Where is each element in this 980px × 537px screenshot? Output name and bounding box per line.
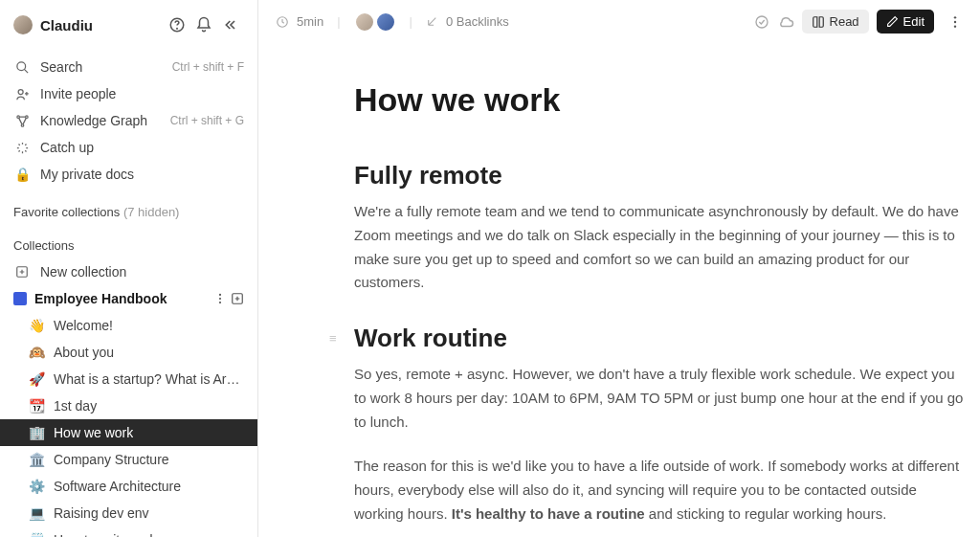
edit-mode-button[interactable]: Edit <box>877 10 934 34</box>
doc-label: How we work <box>54 425 133 440</box>
new-collection[interactable]: New collection <box>0 258 257 285</box>
book-icon <box>812 15 825 29</box>
doc-item[interactable]: 🙉About you <box>0 339 257 366</box>
nav-private-docs[interactable]: 🔒 My private docs <box>0 161 257 188</box>
svg-point-1 <box>177 28 178 29</box>
svg-point-14 <box>954 16 956 18</box>
doc-label: Welcome! <box>54 318 113 333</box>
doc-item[interactable]: 🏢How we work <box>0 419 257 446</box>
topbar: 5min | | 0 Backlinks Read Edit <box>258 0 980 43</box>
search-icon <box>13 60 31 75</box>
nav-catch-up[interactable]: Catch up <box>0 134 257 161</box>
svg-point-5 <box>25 115 28 118</box>
nav-search[interactable]: Search Ctrl + shift + F <box>0 54 257 80</box>
doc-item[interactable]: 📆1st day <box>0 392 257 419</box>
favorites-header[interactable]: Favorite collections (7 hidden) <box>0 191 257 225</box>
doc-emoji: ⚙️ <box>27 479 46 494</box>
backlinks-icon <box>426 15 438 28</box>
doc-emoji: 📆 <box>27 398 46 414</box>
sidebar: Claudiu Search Ctrl + shift + F Invite p… <box>0 0 258 537</box>
read-mode-button[interactable]: Read <box>802 10 869 34</box>
doc-label: Raising dev env <box>54 505 149 521</box>
nav-knowledge-graph[interactable]: Knowledge Graph Ctrl + shift + G <box>0 107 257 134</box>
svg-point-4 <box>16 115 19 118</box>
collection-item[interactable]: Employee Handbook <box>0 285 257 312</box>
doc-emoji: 🙉 <box>27 345 46 360</box>
nav-shortcut: Ctrl + shift + F <box>172 60 244 74</box>
collaborator-avatar[interactable] <box>354 11 375 33</box>
doc-emoji: 🚀 <box>27 371 46 387</box>
doc-item[interactable]: 🏛️Company Structure <box>0 446 257 473</box>
nav-shortcut: Ctrl + shift + G <box>170 114 244 127</box>
collection-label: Employee Handbook <box>34 291 213 306</box>
collapse-sidebar-icon[interactable] <box>217 11 244 38</box>
drag-handle-icon[interactable]: ≡ <box>329 331 337 346</box>
catch-up-icon <box>13 141 31 155</box>
edit-label: Edit <box>903 14 924 29</box>
collaborator-avatar[interactable] <box>375 11 396 33</box>
doc-label: 1st day <box>54 398 97 414</box>
help-icon[interactable] <box>164 11 190 38</box>
nav-label: Catch up <box>40 140 244 155</box>
graph-icon <box>13 114 31 128</box>
notifications-icon[interactable] <box>190 11 217 38</box>
clock-icon <box>276 15 289 29</box>
paragraph: The reason for this is we'd like you to … <box>354 455 967 526</box>
doc-label: How to write code <box>54 532 160 537</box>
doc-item[interactable]: ⚙️Software Architecture <box>0 473 257 500</box>
doc-label: What is a startup? What is Archbee? <box>54 371 244 387</box>
paragraph: We're a fully remote team and we tend to… <box>354 200 967 295</box>
document-content: How we work Fully remoteWe're a fully re… <box>258 43 980 537</box>
cloud-icon[interactable] <box>777 13 794 31</box>
collection-menu-icon[interactable] <box>213 292 227 305</box>
favorites-hidden-count: (7 hidden) <box>123 205 180 219</box>
lock-icon: 🔒 <box>13 167 31 182</box>
nav-label: My private docs <box>40 167 244 182</box>
nav-label: Search <box>40 59 172 75</box>
more-menu-icon[interactable] <box>947 14 963 30</box>
doc-emoji: 🗒️ <box>27 532 46 537</box>
doc-label: Company Structure <box>54 452 169 467</box>
svg-point-10 <box>219 302 221 303</box>
doc-emoji: 🏛️ <box>27 452 46 467</box>
svg-point-13 <box>756 16 768 28</box>
nav-label: Knowledge Graph <box>40 113 170 128</box>
check-circle-icon[interactable] <box>754 14 769 30</box>
section-heading: Fully remote <box>354 161 967 190</box>
main: 5min | | 0 Backlinks Read Edit How we wo… <box>258 0 980 537</box>
collection-add-icon[interactable] <box>231 292 244 305</box>
user-avatar[interactable] <box>13 15 33 34</box>
svg-point-8 <box>219 294 221 296</box>
doc-item[interactable]: 👋Welcome! <box>0 312 257 339</box>
page-title: How we work <box>354 81 967 119</box>
read-time: 5min <box>297 14 323 29</box>
collections-label: Collections <box>13 238 75 253</box>
svg-point-16 <box>954 25 956 27</box>
new-collection-label: New collection <box>40 264 244 280</box>
paragraph: So yes, remote + async. However, we don'… <box>354 363 967 434</box>
svg-point-3 <box>18 89 23 94</box>
doc-label: Software Architecture <box>54 479 181 494</box>
svg-point-15 <box>954 20 956 22</box>
pencil-icon <box>886 15 899 28</box>
read-label: Read <box>830 14 859 29</box>
sidebar-header: Claudiu <box>0 0 257 50</box>
doc-emoji: 👋 <box>27 318 46 333</box>
svg-point-6 <box>21 123 24 126</box>
nav-label: Invite people <box>40 86 244 101</box>
doc-label: About you <box>54 345 114 360</box>
backlinks-count[interactable]: 0 Backlinks <box>446 14 509 29</box>
doc-item[interactable]: 🚀What is a startup? What is Archbee? <box>0 366 257 392</box>
svg-point-2 <box>16 61 25 70</box>
svg-point-9 <box>219 298 221 300</box>
collections-header: Collections <box>0 225 257 258</box>
section-heading: Work routine≡ <box>354 324 967 353</box>
user-name[interactable]: Claudiu <box>40 17 164 34</box>
doc-item[interactable]: 💻Raising dev env <box>0 500 257 526</box>
doc-emoji: 🏢 <box>27 425 46 440</box>
plus-square-icon <box>13 265 31 279</box>
favorites-label: Favorite collections <box>13 205 120 219</box>
invite-icon <box>13 87 31 101</box>
doc-item[interactable]: 🗒️How to write code <box>0 526 257 537</box>
nav-invite[interactable]: Invite people <box>0 80 257 107</box>
